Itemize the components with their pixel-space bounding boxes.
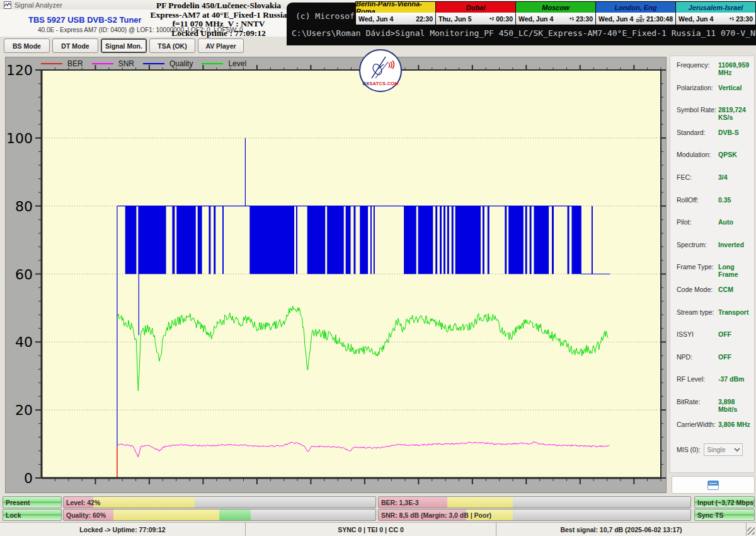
clock-utc-offset: +1 [730,17,734,21]
resize-grip[interactable] [747,527,755,535]
param-label: ISSYI [677,330,718,339]
svg-text:60: 60 [15,267,33,283]
svg-text:120: 120 [6,62,33,78]
clock-moscow[interactable]: MoscowWed, Jun 4+123:30 [515,1,596,25]
header-line-4: Locked Uptime : 77:09:12 [150,29,287,38]
status-best-signal: Best signal: 10,7 dB (2025-06-02 13:17) [496,523,747,536]
bar-fill [64,510,375,520]
bar-fill [379,497,690,508]
status-sync-counters: SYNC 0 | TEI 0 | CC 0 [246,523,496,536]
clock-city: Dubai [436,2,515,13]
cmd-prompt-line: C:\Users\Roman Dávid>Signal Monitoring_P… [292,28,756,38]
param-label: Polarization: [677,84,718,93]
mis-row: MIS (0): Single [677,443,752,456]
clock-london-eng[interactable]: London, EngWed, Jun 4-1DST21:30:48 [595,1,676,25]
legend-item-level: Level [202,59,246,68]
level-label: Level: 42% [66,499,100,506]
param-row-standard: Standard:DVB-S [677,129,751,137]
bar-segment-yellow [93,497,195,508]
param-value: DVB-S [718,129,739,137]
legend-label: BER [67,59,83,68]
header-line-3: f=11 070 MHz_V : NNTV [150,20,287,29]
param-value: OFF [718,353,731,362]
clock-city: Jerusalem-Israel [676,2,755,13]
legend-swatch-quality [143,63,164,64]
app-icon [4,1,11,9]
param-row-symbol-rate: Symbol Rate:2819,724 KS/s [677,106,751,115]
param-value: 3,806 MHz [718,421,750,429]
mis-label: MIS (0): [677,446,700,453]
tab-bs-mode[interactable]: BS Mode [4,38,50,53]
param-label: RollOff: [677,196,718,205]
param-value: Inverted [718,241,744,250]
world-clocks: Berlin-Paris-Vienna-RomaWed, Jun 422:30D… [356,1,755,25]
clock-city: Moscow [516,2,595,13]
param-label: Pilot: [677,218,718,227]
param-value: -37 dBm [718,375,744,384]
chart-legend: BERSNRQualityLevel [41,58,246,69]
param-row-code-mode: Code Mode:CCM [677,286,751,294]
clock-time: 00:30 [496,15,513,23]
param-row-polarization: Polarization:Vertical [677,84,751,93]
clock-utc-offset: +1 [570,17,574,21]
param-label: BitRate: [677,398,718,407]
param-value: 3,898 Mbit/s [718,398,751,407]
param-value: QPSK [718,151,737,160]
ber-label: BER: 1,3E-3 [381,499,419,506]
monitoring-header: PF Prodelin 450/Lučenec-Slovakia Express… [150,1,287,38]
snr-label: SNR: 8,5 dB (Margin: 3,0 dB | Poor) [381,511,491,519]
input-indicator: Input (~3,72 Mbps) [694,496,755,508]
tuner-name: TBS 5927 USB DVB-S2 Tuner [28,15,142,25]
clock-datetime: Wed, Jun 4+123:30 [516,13,595,25]
clock-city: London, Eng [596,2,675,13]
clock-time: 22:30 [416,15,433,23]
mis-select[interactable]: Single [704,443,743,456]
legend-swatch-snr [92,63,113,64]
param-label: Standard: [677,129,718,137]
quality-bar: Quality: 60% [63,509,376,521]
param-label: Frequency: [677,61,718,70]
tab-signal-mon-[interactable]: Signal Mon. [101,38,147,53]
param-value: 2819,724 KS/s [718,106,751,115]
status-bar: Locked -> Uptime: 77:09:12 SYNC 0 | TEI … [0,522,756,536]
bar-fill [64,497,375,508]
clock-dubai[interactable]: DubaiThu, Jun 5+200:30 [435,1,516,25]
param-row-frequency: Frequency:11069,959 MHz [677,61,751,70]
ber-bar: BER: 1,3E-3 [378,496,691,508]
svg-text:80: 80 [15,199,33,214]
svg-text:100: 100 [6,131,33,146]
clock-date: Wed, Jun 4 [679,15,730,23]
log-export-button[interactable] [672,476,755,494]
clock-berlin-paris-vienna-roma[interactable]: Berlin-Paris-Vienna-RomaWed, Jun 422:30 [355,1,436,25]
param-row-rf-level: RF Level:-37 dBm [677,375,751,384]
param-value: CCM [718,286,733,294]
lock-label: Lock [6,511,21,519]
param-row-fec: FEC:3/4 [677,173,751,182]
clock-date: Thu, Jun 5 [438,15,490,23]
level-bar: Level: 42% [63,496,376,508]
sync-ts-indicator: Sync TS [694,509,755,521]
clock-jerusalem-israel[interactable]: Jerusalem-IsraelWed, Jun 4+123:30 [675,1,756,25]
lock-indicator: Lock [3,509,62,521]
param-label: NPD: [677,353,718,362]
quality-label: Quality: 60% [66,511,106,519]
legend-item-snr: SNR [92,59,134,68]
clock-datetime: Wed, Jun 422:30 [356,13,435,25]
tab-tsa-ok-[interactable]: TSA (OK) [149,38,195,53]
param-row-npd: NPD:OFF [677,353,751,362]
tab-dt-mode[interactable]: DT Mode [52,38,98,53]
param-label: Modulation: [677,151,718,160]
clock-time: 21:30:48 [646,15,673,23]
param-label: Spectrum: [677,241,718,250]
satellite-dish-icon [367,55,394,81]
legend-label: Quality [169,59,193,68]
tab-av-player[interactable]: AV Player [198,38,244,53]
log-file-icon [707,481,719,490]
param-row-issyi: ISSYIOFF [677,330,751,339]
signal-chart-panel: BERSNRQualityLevel 020406080100120 [5,57,667,493]
legend-item-quality: Quality [143,59,193,68]
clock-time: 23:30 [736,15,753,23]
input-label: Input (~3,72 Mbps) [697,499,755,506]
header-line-2: Express-AM7 at 40°E_Fixed-1 Russia [150,11,287,20]
param-row-stream-type: Stream type:Transport [677,308,751,317]
